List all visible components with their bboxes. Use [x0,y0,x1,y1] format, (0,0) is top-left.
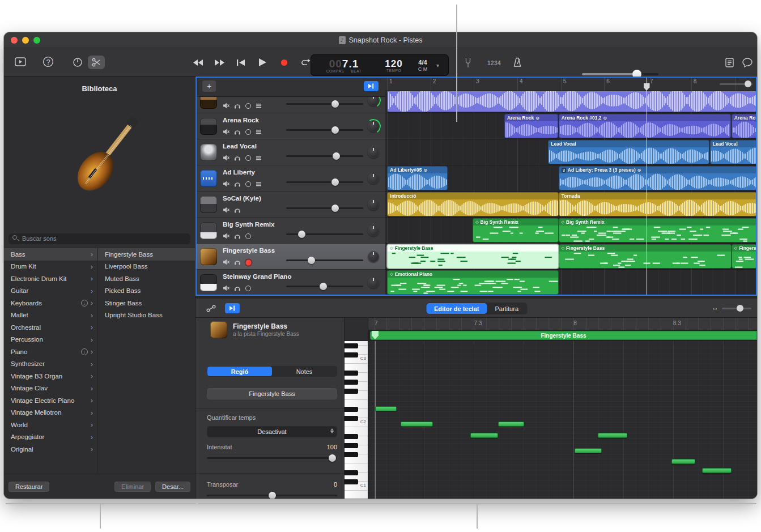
library-category-vintage-mellotron[interactable]: Vintage Mellotron› [4,407,97,419]
library-category-keyboards[interactable]: Keyboards↓› [4,297,97,309]
solo-headphones-icon[interactable] [234,101,241,111]
stack-icon[interactable] [256,101,262,111]
piano-black-key[interactable] [345,416,358,421]
library-patch-upright-studio-bass[interactable]: Upright Studio Bass [98,309,195,322]
transport-forward-button[interactable] [212,57,226,68]
transport-rewind-button[interactable] [191,57,205,68]
track-header-steinway-grand-piano[interactable]: Steinway Grand Piano [195,270,385,296]
minimize-button[interactable] [22,37,29,44]
segment-notes[interactable]: Notes [272,367,337,376]
track-volume-slider[interactable] [286,103,363,105]
record-enable-icon[interactable] [245,259,252,266]
library-category-bass[interactable]: Bass› [4,248,97,261]
region-introducci-[interactable]: Introducció [387,192,558,216]
piano-black-key[interactable] [345,371,358,376]
solo-headphones-icon[interactable] [234,231,241,241]
region-ad-liberty-presa-3-3-preses-[interactable]: 3Ad Liberty: Presa 3 (3 preses)⊙ [559,166,757,190]
library-patch-fingerstyle-bass[interactable]: Fingerstyle Bass [98,248,195,261]
timeline-zoom-knob[interactable] [745,80,751,87]
track-header-socal-kyle-[interactable]: SoCal (Kyle) [195,191,385,218]
mute-icon[interactable] [223,283,229,293]
input-monitor-icon[interactable] [245,233,251,239]
count-in-button[interactable]: 1234 [484,58,504,67]
region-big-synth-remix[interactable]: ◇Big Synth Remix [559,218,757,242]
stack-icon[interactable] [256,179,262,189]
track-volume-knob[interactable] [320,283,327,290]
library-category-orchestral[interactable]: Orchestral› [4,321,97,334]
piano-black-key[interactable] [345,407,358,412]
region-fingerstyle-bass[interactable]: ◇Fingerstyle Bass [559,244,732,269]
tab-score[interactable]: Partitura [487,303,526,314]
segment-region[interactable]: Regió [207,367,272,376]
timeline-zoom-slider[interactable] [720,81,753,87]
piano-black-key[interactable] [345,443,358,448]
midi-note[interactable] [498,422,524,427]
mute-icon[interactable] [223,231,229,241]
editors-toggle-button[interactable] [88,56,105,69]
library-patch-liverpool-bass[interactable]: Liverpool Bass [98,261,195,273]
library-category-arpeggiator[interactable]: Arpeggiator› [4,431,97,444]
add-track-button[interactable]: + [202,80,216,92]
track-volume-knob[interactable] [331,205,339,212]
solo-headphones-icon[interactable] [234,283,241,293]
mute-icon[interactable] [223,179,229,189]
midi-note[interactable] [702,468,732,473]
catch-playhead-button[interactable] [364,81,379,91]
library-category-electronic-drum-kit[interactable]: Electronic Drum Kit› [4,273,97,285]
track-pan-knob[interactable] [368,277,379,288]
region-emotional-piano[interactable]: ◇Emotional Piano [387,270,558,295]
mute-icon[interactable] [223,257,229,267]
midi-note[interactable] [671,459,695,464]
track-volume-slider[interactable] [286,207,363,209]
notepad-button[interactable] [722,56,736,69]
input-monitor-icon[interactable] [245,103,251,109]
delete-button[interactable]: Eliminar [114,482,151,492]
library-category-vintage-electric-piano[interactable]: Vintage Electric Piano› [4,394,97,407]
region-arena-rock-01-2[interactable]: Arena Rock #01,2⊙ [559,114,731,138]
patch-connector-icon[interactable] [203,303,218,313]
track-volume-slider[interactable] [286,155,363,157]
piano-black-key[interactable] [345,434,358,439]
region-lead-vocal[interactable]: Lead Vocal [548,140,709,164]
mute-icon[interactable] [223,205,229,215]
solo-headphones-icon[interactable] [234,153,241,163]
midi-note[interactable] [375,406,397,411]
master-volume-slider[interactable] [582,73,658,75]
library-category-drum-kit[interactable]: Drum Kit› [4,261,97,273]
region-big-synth-remix[interactable]: ◇Big Synth Remix [473,218,559,242]
library-category-mallet[interactable]: Mallet› [4,309,97,322]
track-volume-slider[interactable] [286,181,363,183]
track-volume-knob[interactable] [298,231,305,238]
track-volume-slider[interactable] [286,259,363,261]
piano-black-key[interactable] [345,479,358,484]
region-name-button[interactable]: Fingerstyle Bass [207,388,337,399]
midi-note[interactable] [575,448,602,453]
region-fingerstyle-bass[interactable]: ◇Fingerstyle Bass [387,244,558,269]
solo-headphones-icon[interactable] [234,205,241,215]
input-monitor-icon[interactable] [245,286,251,291]
lcd-chevron-icon[interactable]: ▾ [436,62,439,69]
piano-black-key[interactable] [345,389,358,394]
library-patch-picked-bass[interactable]: Picked Bass [98,285,195,297]
velocity-slider[interactable] [207,457,337,459]
library-category-vintage-clav[interactable]: Vintage Clav› [4,382,97,395]
library-category-guitar[interactable]: Guitar› [4,285,97,297]
piano-black-key[interactable] [345,343,358,348]
quick-help-button[interactable] [741,56,754,69]
piano-roll-ruler[interactable]: 77.388.3 [368,318,757,330]
track-pan-knob[interactable] [368,173,379,184]
velocity-knob[interactable] [329,454,336,462]
search-input[interactable] [8,233,190,244]
track-volume-knob[interactable] [331,126,339,134]
region-fingers[interactable]: ◇Fingers [732,244,757,269]
track-pan-knob[interactable] [368,121,379,132]
close-button[interactable] [11,37,18,44]
solo-headphones-icon[interactable] [234,257,241,267]
midi-note[interactable] [470,433,498,438]
piano-roll-grid[interactable] [368,341,757,499]
restore-button[interactable]: Restaurar [8,482,49,492]
track-header-arena-rock[interactable]: Arena Rock [195,113,385,139]
library-patch-stinger-bass[interactable]: Stinger Bass [98,297,195,309]
mute-icon[interactable] [223,153,229,163]
region-ad-liberty-05[interactable]: Ad Liberty#05⊙ [387,166,448,190]
